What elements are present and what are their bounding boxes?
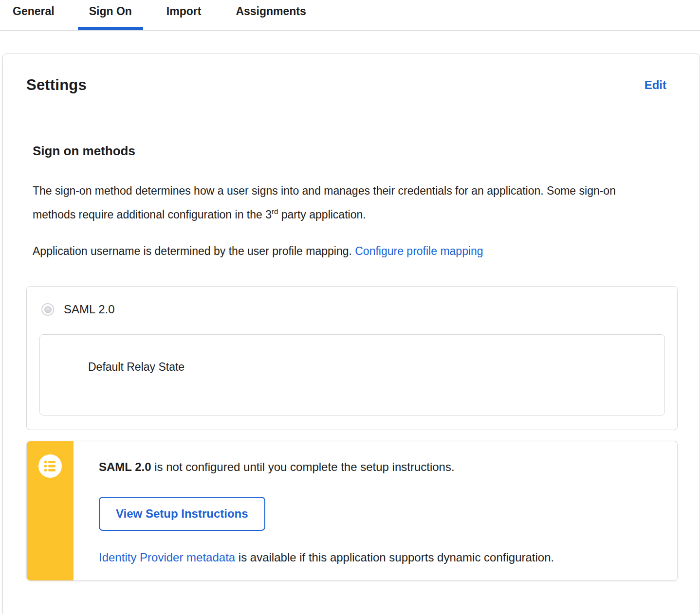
setup-instructions-callout: SAML 2.0 is not configured until you com… <box>26 441 678 581</box>
default-relay-state-field: Default Relay State <box>39 334 665 415</box>
default-relay-state-label: Default Relay State <box>88 361 184 373</box>
saml-radio[interactable] <box>41 303 54 316</box>
callout-message-bold: SAML 2.0 <box>99 460 151 473</box>
tab-bar: General Sign On Import Assignments <box>0 0 700 31</box>
list-icon <box>38 454 62 480</box>
identity-provider-metadata-link[interactable]: Identity Provider metadata <box>99 551 235 564</box>
metadata-note-rest: is available if this application support… <box>235 551 554 564</box>
callout-accent-bar <box>27 441 74 580</box>
callout-message-rest: is not configured until you complete the… <box>151 460 455 473</box>
tab-general[interactable]: General <box>1 0 66 30</box>
settings-card: Settings Edit Sign on methods The sign-o… <box>2 54 700 614</box>
sign-on-description: The sign-on method determines how a user… <box>33 179 636 227</box>
tab-import[interactable]: Import <box>155 0 213 30</box>
callout-body: SAML 2.0 is not configured until you com… <box>74 441 677 580</box>
page-title: Settings <box>26 76 87 94</box>
sign-on-methods-heading: Sign on methods <box>33 144 676 159</box>
tab-sign-on[interactable]: Sign On <box>78 0 143 30</box>
callout-message: SAML 2.0 is not configured until you com… <box>99 460 677 474</box>
saml-method-box: SAML 2.0 Default Relay State <box>26 286 678 430</box>
edit-link[interactable]: Edit <box>645 78 666 92</box>
description-superscript: rd <box>272 207 278 216</box>
settings-card-header: Settings Edit <box>26 54 676 94</box>
username-note-text: Application username is determined by th… <box>33 245 355 257</box>
configure-profile-mapping-link[interactable]: Configure profile mapping <box>355 245 483 257</box>
view-setup-instructions-button[interactable]: View Setup Instructions <box>99 497 265 531</box>
username-note: Application username is determined by th… <box>33 239 636 263</box>
saml-radio-dot <box>44 306 52 313</box>
tab-assignments[interactable]: Assignments <box>224 0 317 30</box>
metadata-note: Identity Provider metadata is available … <box>99 551 677 564</box>
description-text-tail: party application. <box>278 208 366 221</box>
saml-radio-row: SAML 2.0 <box>41 303 665 316</box>
saml-radio-label[interactable]: SAML 2.0 <box>64 303 115 316</box>
